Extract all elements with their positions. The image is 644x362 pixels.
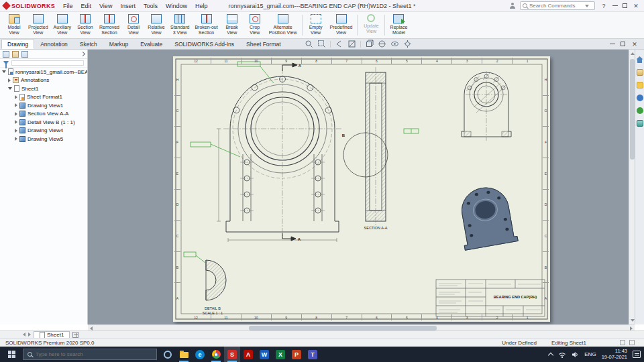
cortana-button[interactable]	[160, 347, 176, 362]
maximize-button[interactable]	[623, 3, 627, 8]
command-search[interactable]	[520, 1, 595, 10]
volume-icon[interactable]	[572, 351, 579, 358]
expand-arrow-icon[interactable]	[15, 137, 17, 141]
help-button[interactable]: ?	[600, 3, 608, 9]
collapse-arrow-icon[interactable]	[2, 70, 6, 73]
auxiliary-view-button[interactable]: AuxiliaryView	[51, 12, 74, 38]
tree-item-detail-view-b[interactable]: Detail View B (1 : 1)	[0, 118, 87, 127]
edge-button[interactable]: e	[192, 347, 208, 362]
taskbar-search-input[interactable]	[36, 351, 136, 357]
drawing-sheet[interactable]: A A B SECTION A-A	[173, 56, 550, 322]
command-search-input[interactable]	[529, 3, 583, 9]
excel-button[interactable]: X	[272, 347, 288, 362]
property-manager-tab-icon[interactable]	[12, 51, 19, 58]
menu-view[interactable]: View	[95, 3, 116, 9]
tree-item-annotations[interactable]: Annotations	[0, 76, 87, 85]
tree-item-section-view-a-a[interactable]: Section View A-A	[0, 110, 87, 119]
feature-manager-tab-icon[interactable]	[3, 51, 9, 58]
tree-item-root[interactable]: ronnysarai15_gmail.com--BEARING E	[0, 68, 87, 76]
menu-edit[interactable]: Edit	[77, 3, 96, 9]
add-sheet-button[interactable]	[72, 332, 78, 338]
view-palette-icon[interactable]	[637, 95, 643, 101]
expand-arrow-icon[interactable]	[15, 112, 17, 116]
expand-arrow-icon[interactable]	[15, 103, 17, 107]
tab-annotation[interactable]: Annotation	[34, 39, 74, 49]
alternate-position-view-button[interactable]: AlternatePosition View	[266, 12, 300, 38]
task-pane-home-icon[interactable]	[637, 56, 643, 63]
tray-expand-caret-icon[interactable]	[548, 353, 553, 358]
tree-item-drawing-view1[interactable]: Drawing View1	[0, 101, 87, 110]
panel-expand-chevron-icon[interactable]	[80, 52, 85, 56]
sheet-tab-next-icon[interactable]	[28, 333, 31, 337]
expand-arrow-icon[interactable]	[15, 129, 17, 133]
tab-evaluate[interactable]: Evaluate	[134, 39, 168, 49]
document-restore-button[interactable]	[621, 42, 625, 46]
chrome-button[interactable]	[208, 347, 224, 362]
predefined-view-button[interactable]: PredefinedView	[327, 12, 356, 38]
section-view-button[interactable]: SectionView	[74, 12, 97, 38]
drawing-viewport[interactable]: A A B SECTION A-A	[88, 50, 635, 324]
break-view-button[interactable]: BreakView	[221, 12, 244, 38]
tab-sheet-format[interactable]: Sheet Format	[240, 39, 287, 49]
document-close-button[interactable]: ✕	[631, 41, 639, 48]
status-icon[interactable]	[629, 340, 635, 345]
tree-item-drawing-view4[interactable]: Drawing View4	[0, 127, 87, 135]
taskbar-search[interactable]	[23, 349, 157, 360]
filter-input[interactable]	[11, 60, 84, 66]
menu-insert[interactable]: Insert	[116, 3, 140, 9]
relative-view-button[interactable]: RelativeView	[145, 12, 168, 38]
taskbar-clock[interactable]: 11:43 19-07-2021	[602, 349, 627, 360]
horizontal-scrollbar[interactable]	[88, 324, 635, 330]
zoom-to-fit-icon[interactable]	[305, 40, 313, 48]
sheet-tab-sheet1[interactable]: Sheet1	[34, 331, 70, 339]
tab-solidworks-add-ins[interactable]: SOLIDWORKS Add-Ins	[168, 39, 240, 49]
tree-item-sheet1[interactable]: Sheet1	[0, 84, 87, 93]
teams-button[interactable]: T	[305, 347, 321, 362]
configuration-manager-tab-icon[interactable]	[21, 51, 28, 58]
hide-show-items-icon[interactable]	[390, 40, 399, 48]
collapse-arrow-icon[interactable]	[8, 87, 12, 90]
document-minimize-button[interactable]	[610, 44, 615, 44]
action-center-icon[interactable]	[633, 351, 641, 358]
close-button[interactable]: ✕	[632, 3, 640, 9]
tree-item-drawing-view5[interactable]: Drawing View5	[0, 135, 87, 143]
status-icon[interactable]	[620, 340, 625, 345]
tree-item-sheet-format1[interactable]: Sheet Format1	[0, 93, 87, 102]
model-view-button[interactable]: ModelView	[3, 12, 25, 38]
minimize-button[interactable]	[612, 5, 618, 6]
display-style-icon[interactable]	[378, 40, 386, 48]
view-orientation-icon[interactable]	[365, 40, 374, 48]
expand-arrow-icon[interactable]	[8, 78, 11, 82]
user-account-icon[interactable]	[509, 3, 515, 9]
tab-sketch[interactable]: Sketch	[74, 39, 103, 49]
file-explorer-button[interactable]	[176, 347, 192, 362]
search-chevron-icon[interactable]	[585, 5, 589, 7]
custom-properties-icon[interactable]	[637, 120, 643, 127]
expand-arrow-icon[interactable]	[15, 95, 17, 99]
detail-view-button[interactable]: DetailView	[122, 12, 145, 38]
vertical-scrollbar-thumb[interactable]	[630, 59, 635, 160]
design-library-icon[interactable]	[637, 69, 643, 76]
removed-section-button[interactable]: RemovedSection	[97, 12, 122, 38]
menu-file[interactable]: File	[59, 3, 77, 9]
appearances-icon[interactable]	[637, 107, 643, 114]
sheet-tab-prev-icon[interactable]	[23, 333, 25, 337]
vertical-scrollbar[interactable]	[629, 50, 635, 324]
expand-arrow-icon[interactable]	[15, 120, 17, 124]
standard-3-view-button[interactable]: Standard3 View	[168, 12, 192, 38]
previous-view-icon[interactable]	[335, 40, 343, 48]
filter-icon[interactable]	[3, 61, 9, 65]
powerpoint-button[interactable]: P	[288, 347, 305, 362]
acrobat-button[interactable]: A	[240, 347, 256, 362]
crop-view-button[interactable]: CropView	[244, 12, 266, 38]
language-indicator[interactable]: ENG	[584, 351, 596, 357]
network-icon[interactable]	[558, 351, 566, 358]
replace-model-button[interactable]: ReplaceModel	[387, 12, 410, 38]
menu-window[interactable]: Window	[162, 3, 191, 9]
word-button[interactable]: W	[256, 347, 272, 362]
broken-out-section-button[interactable]: Broken-outSection	[192, 12, 220, 38]
tab-drawing[interactable]: Drawing	[1, 39, 34, 49]
empty-view-button[interactable]: EmptyView	[305, 12, 327, 38]
menu-tools[interactable]: Tools	[140, 3, 162, 9]
start-button[interactable]	[0, 347, 23, 362]
